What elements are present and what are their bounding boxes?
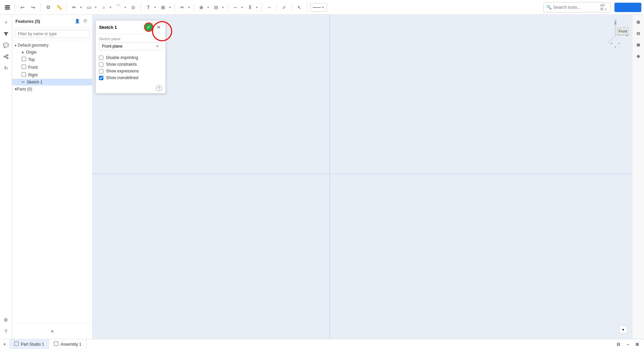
front-plane-icon (21, 64, 26, 70)
trim-tool[interactable]: ✂ (178, 3, 187, 12)
show-overdefined-checkbox[interactable] (99, 76, 103, 80)
view-mode-button[interactable]: ▾ (619, 326, 627, 334)
menu-button[interactable] (3, 3, 12, 12)
feature-search-input[interactable] (15, 30, 90, 38)
show-overdefined-label: Show overdefined (106, 75, 138, 80)
tree-item-sketch1[interactable]: ✏ Sketch 1 (12, 79, 92, 85)
sep9 (277, 3, 277, 11)
help-icon[interactable]: ? (156, 85, 162, 91)
default-geometry-section[interactable]: ▾ Default geometry (12, 42, 92, 49)
sketch-plane-label: Sketch plane (99, 37, 162, 41)
rectangle-tool-arrow[interactable]: ▾ (94, 3, 98, 12)
dimension-tool-group: ↔ ▾ (231, 3, 244, 12)
pattern2-tool[interactable]: ⊼ (245, 3, 255, 12)
line-tool-arrow[interactable]: ▾ (79, 3, 83, 12)
tree-item-origin[interactable]: ● Origin (12, 49, 92, 56)
svg-rect-0 (5, 5, 10, 6)
redo-button[interactable]: ↪ (29, 3, 38, 12)
tab-part-studio[interactable]: Part Studio 1 (9, 339, 49, 349)
add-tab-button[interactable]: + (0, 339, 9, 349)
help-bottom-button[interactable]: ? (1, 326, 11, 336)
svg-text:▾: ▾ (614, 45, 616, 49)
circle-tool[interactable]: ○ (99, 3, 108, 12)
canvas-right-btn2[interactable]: ⊟ (634, 29, 643, 38)
sketch-cancel-button[interactable]: ✕ (155, 24, 162, 31)
origin-label: Origin (26, 50, 37, 55)
refresh-button[interactable]: ↻ (1, 63, 11, 73)
sketch-plane-selector[interactable]: Front plane ✕ (99, 42, 162, 50)
svg-text:Z: Z (614, 20, 616, 23)
pointer-tool[interactable]: ↖ (295, 3, 304, 12)
check-tool[interactable]: ✓ (280, 3, 289, 12)
line-style: —— (313, 5, 321, 10)
svg-point-5 (7, 57, 8, 59)
tab-assembly[interactable]: Assembly 1 (49, 339, 86, 349)
history-button[interactable]: ⏱ (82, 17, 89, 25)
transform-tool-arrow[interactable]: ▾ (206, 3, 210, 12)
dimension-tool[interactable]: ↔ (231, 3, 240, 12)
mirror-tool[interactable]: ⊟ (211, 3, 221, 12)
settings-button[interactable]: ⚙ (1, 315, 11, 325)
fillet-tool[interactable]: ⌣ (264, 3, 274, 12)
text-tool-arrow[interactable]: ▾ (153, 3, 157, 12)
pattern-tool-arrow[interactable]: ▾ (168, 3, 172, 12)
pattern2-tool-arrow[interactable]: ▾ (255, 3, 259, 12)
measure-button[interactable]: 📏 (54, 3, 64, 12)
option-show-constraints: Show constraints (99, 61, 162, 68)
arc-tool[interactable]: ⌒ (114, 3, 123, 12)
line-style-arrow[interactable]: ▾ (321, 3, 325, 12)
add-feature-button[interactable]: ＋ (1, 17, 11, 27)
sketch-options: Disable imprinting Show constraints Show… (96, 53, 165, 84)
sketch-popup-header: Sketch 1 ✓ ✕ (96, 20, 165, 34)
statusbar-btn2[interactable]: ⌣ (624, 340, 632, 348)
filter-button[interactable] (1, 29, 11, 39)
rectangle-tool[interactable]: ▭ (84, 3, 94, 12)
search-shortcut: alt/⌘ c (600, 3, 607, 11)
show-expressions-checkbox[interactable] (99, 69, 103, 73)
line-tool[interactable]: ✏ (69, 3, 79, 12)
default-geometry-chevron: ▾ (15, 44, 16, 47)
canvas-right-btn3[interactable]: ⊠ (634, 40, 643, 50)
search-input[interactable] (553, 5, 600, 10)
line-tool-group: ✏ ▾ (69, 3, 83, 12)
parts-section[interactable]: ▾ Parts (0) (12, 85, 92, 93)
svg-line-7 (5, 57, 7, 58)
add-person-button[interactable]: 👤 (73, 17, 81, 25)
front-label: Front (28, 65, 38, 70)
sketch-plane-name: Front plane (102, 44, 122, 49)
transform-tool[interactable]: ⊕ (197, 3, 206, 12)
canvas[interactable]: Front 2.5 (93, 15, 644, 339)
canvas-right-btn4[interactable]: ⊕ (634, 52, 643, 61)
text-tool[interactable]: T (144, 3, 153, 12)
undo-button[interactable]: ↩ (18, 3, 27, 12)
list-view-button[interactable]: ≡ (47, 326, 57, 336)
copy-button[interactable]: ⧉ (44, 3, 53, 12)
sketch-popup: Sketch 1 ✓ ✕ Sketch plane Front plane ✕ … (95, 20, 166, 94)
arc-tool-arrow[interactable]: ▾ (123, 3, 127, 12)
svg-line-6 (5, 56, 7, 56)
svg-rect-43 (54, 342, 58, 346)
assembly-icon (54, 341, 58, 347)
icon-bar: ＋ 💬 ↻ ⚙ ? (0, 15, 12, 339)
search-tools-container: 🔍 alt/⌘ c (543, 2, 610, 12)
dimension-tool-arrow[interactable]: ▾ (240, 3, 244, 12)
point-tool[interactable]: ⊙ (129, 3, 138, 12)
view-controls: ▾ (619, 326, 627, 334)
sketch-confirm-button[interactable]: ✓ (144, 22, 153, 32)
trim-tool-arrow[interactable]: ▾ (187, 3, 191, 12)
comment-button[interactable]: 💬 (1, 40, 11, 50)
disable-imprinting-checkbox[interactable] (99, 56, 103, 60)
statusbar-btn3[interactable]: ⊞ (633, 340, 641, 348)
sep4 (141, 3, 141, 11)
canvas-right-btn1[interactable]: ⊞ (634, 17, 643, 27)
tree-item-front[interactable]: Front (12, 63, 92, 71)
tree-item-right[interactable]: Right (12, 71, 92, 79)
mirror-tool-arrow[interactable]: ▾ (221, 3, 225, 12)
sketch-plane-clear[interactable]: ✕ (156, 44, 159, 49)
pattern-tool[interactable]: ⊞ (158, 3, 168, 12)
circle-tool-arrow[interactable]: ▾ (108, 3, 112, 12)
tree-item-top[interactable]: Top (12, 56, 92, 63)
show-constraints-checkbox[interactable] (99, 62, 103, 67)
statusbar-btn1[interactable]: ⊟ (614, 340, 623, 348)
connection-button[interactable] (1, 52, 11, 62)
